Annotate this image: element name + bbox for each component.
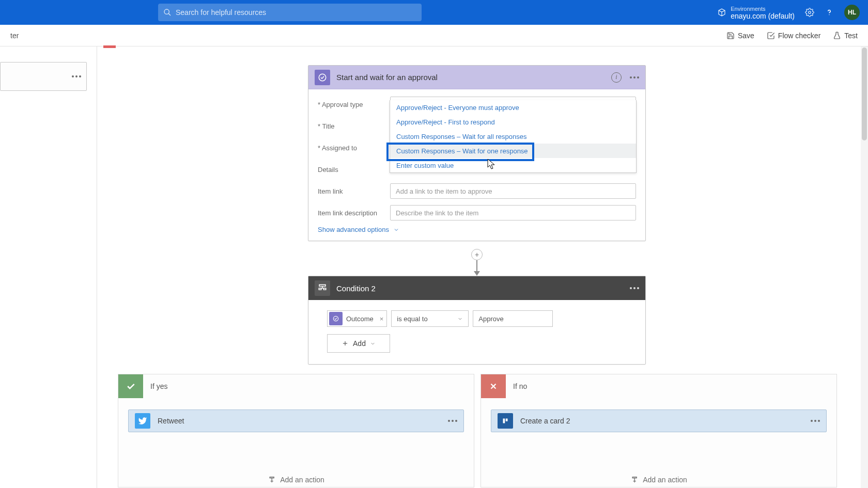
avatar-initials: HL xyxy=(848,9,856,16)
global-search[interactable] xyxy=(158,4,422,21)
search-input[interactable] xyxy=(176,8,416,17)
dropdown-option[interactable]: Approve/Reject - First to respond xyxy=(390,115,636,129)
approval-card-title: Start and wait for an approval xyxy=(336,73,438,82)
condition-left-operand[interactable]: Outcome × xyxy=(327,310,387,327)
add-step-button[interactable]: + xyxy=(471,249,483,260)
condition-value-input[interactable]: Approve xyxy=(473,310,553,327)
test-icon xyxy=(833,32,841,40)
command-bar: ter Save Flow checker Test xyxy=(0,25,868,46)
svg-line-1 xyxy=(168,13,171,15)
condition-card[interactable]: Condition 2 Outcome × is equal to xyxy=(308,276,646,365)
show-advanced-options[interactable]: Show advanced options xyxy=(318,226,636,233)
if-yes-title: If yes xyxy=(150,382,167,390)
cmdbar-stub-text: ter xyxy=(10,32,19,40)
more-icon[interactable] xyxy=(448,420,457,422)
more-icon[interactable] xyxy=(811,420,820,422)
dynamic-content-icon xyxy=(329,312,343,325)
approval-icon xyxy=(315,70,330,85)
add-action-button[interactable]: Add an action xyxy=(630,476,687,484)
twitter-icon xyxy=(135,413,150,429)
flow-checker-button[interactable]: Flow checker xyxy=(767,32,820,40)
search-icon xyxy=(163,8,172,17)
condition-icon xyxy=(315,280,330,296)
check-icon xyxy=(118,374,143,398)
operator-value: is equal to xyxy=(397,315,427,323)
item-link-input[interactable]: Add a link to the item to approve xyxy=(390,183,636,199)
dropdown-option[interactable]: Enter custom value xyxy=(390,158,636,172)
retweet-label: Retweet xyxy=(158,417,184,425)
vertical-scrollbar[interactable] xyxy=(861,46,868,488)
more-icon[interactable] xyxy=(630,287,639,289)
environment-icon xyxy=(717,8,726,17)
create-card-action-card[interactable]: Create a card 2 xyxy=(491,410,827,432)
dropdown-option[interactable]: Custom Responses – Wait for one response xyxy=(390,144,636,158)
svg-rect-10 xyxy=(323,288,326,290)
svg-rect-9 xyxy=(319,288,321,290)
scrollbar-thumb[interactable] xyxy=(862,48,867,140)
label-approval-type: * Approval type xyxy=(318,101,390,108)
approval-type-dropdown[interactable]: Approve/Reject - Everyone must approve A… xyxy=(390,100,637,173)
environment-picker[interactable]: Environments enayu.com (default) xyxy=(717,5,795,20)
chevron-down-icon xyxy=(370,341,376,347)
item-link-desc-placeholder: Describe the link to the item xyxy=(396,209,478,217)
add-label: Add xyxy=(353,339,366,348)
svg-rect-19 xyxy=(502,417,509,424)
approval-card-header[interactable]: Start and wait for an approval i xyxy=(308,66,645,89)
label-title: * Title xyxy=(318,122,390,130)
label-item-link-desc: Item link description xyxy=(318,209,390,217)
condition-card-title: Condition 2 xyxy=(336,284,376,293)
add-action-label: Add an action xyxy=(643,476,687,484)
checker-icon xyxy=(767,32,775,40)
dropdown-option[interactable]: Custom Responses – Wait for all response… xyxy=(390,129,636,144)
svg-rect-21 xyxy=(506,419,508,421)
create-card-label: Create a card 2 xyxy=(520,417,570,425)
svg-point-11 xyxy=(333,316,338,321)
avatar[interactable]: HL xyxy=(844,5,860,20)
svg-rect-6 xyxy=(319,285,326,286)
add-condition-button[interactable]: Add xyxy=(327,334,390,353)
svg-rect-20 xyxy=(503,419,505,423)
close-icon xyxy=(481,374,506,398)
condition-operator-select[interactable]: is equal to xyxy=(391,310,469,327)
info-icon[interactable]: i xyxy=(611,72,622,83)
chevron-down-icon xyxy=(393,227,399,233)
gear-icon[interactable] xyxy=(805,8,814,17)
remove-token-button[interactable]: × xyxy=(377,315,387,323)
token-label: Outcome xyxy=(344,315,377,323)
app-bar: Environments enayu.com (default) HL xyxy=(0,0,868,25)
svg-point-0 xyxy=(164,9,169,14)
flow-connector[interactable]: + xyxy=(476,251,477,276)
item-link-placeholder: Add a link to the item to approve xyxy=(396,187,492,195)
flow-canvas[interactable]: Start and wait for an approval i * Appro… xyxy=(0,46,868,488)
test-button[interactable]: Test xyxy=(833,32,858,40)
condition-value-text: Approve xyxy=(478,315,503,323)
save-icon xyxy=(726,32,735,40)
more-icon[interactable] xyxy=(630,76,639,78)
condition-card-header[interactable]: Condition 2 xyxy=(308,276,645,300)
if-yes-branch[interactable]: If yes Retweet Add an action xyxy=(118,374,474,487)
if-no-branch[interactable]: If no Create a card 2 Add an action xyxy=(481,374,837,487)
add-action-button[interactable]: Add an action xyxy=(268,476,324,484)
help-icon[interactable] xyxy=(825,8,834,17)
canvas-divider xyxy=(97,46,97,488)
chevron-down-icon xyxy=(457,316,463,322)
dropdown-option[interactable]: Approve/Reject - Everyone must approve xyxy=(390,100,636,115)
svg-point-2 xyxy=(809,11,811,14)
if-no-title: If no xyxy=(513,382,527,390)
label-details: Details xyxy=(318,166,390,174)
svg-rect-14 xyxy=(270,477,274,478)
save-button[interactable]: Save xyxy=(726,32,754,40)
svg-point-3 xyxy=(829,14,830,15)
test-label: Test xyxy=(844,32,858,40)
advanced-label: Show advanced options xyxy=(318,226,389,233)
add-action-label: Add an action xyxy=(280,476,324,484)
more-icon[interactable] xyxy=(72,75,81,77)
label-item-link: Item link xyxy=(318,187,390,195)
item-link-desc-input[interactable]: Describe the link to the item xyxy=(390,205,636,221)
stray-card[interactable] xyxy=(0,62,87,91)
add-action-icon xyxy=(630,476,639,484)
trello-icon xyxy=(498,413,513,429)
error-indicator xyxy=(103,45,116,48)
environment-label: Environments xyxy=(731,5,795,12)
retweet-action-card[interactable]: Retweet xyxy=(128,410,464,432)
